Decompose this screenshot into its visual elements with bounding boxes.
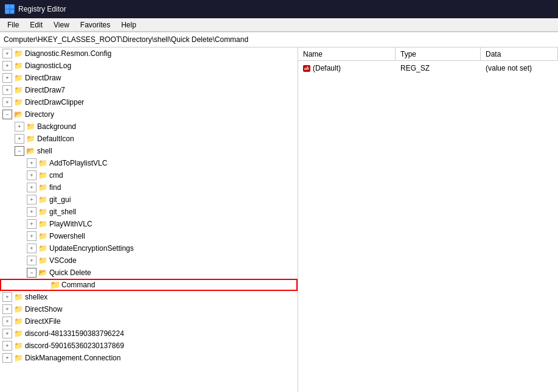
tree-item-directory[interactable]: − Directory — [0, 108, 298, 121]
expand-btn-add-to-playlist-vlc[interactable]: + — [27, 158, 37, 168]
expand-btn-find[interactable]: + — [27, 183, 37, 192]
cell-data-default: (value not set) — [481, 64, 558, 72]
expand-btn-vscode[interactable]: + — [27, 256, 37, 265]
tree-item-update-encryption[interactable]: + UpdateEncryptionSettings — [0, 242, 298, 254]
tree-item-direct-draw-clipper[interactable]: + DirectDrawClipper — [0, 96, 298, 108]
folder-icon-git-shell — [38, 208, 47, 216]
folder-icon-cmd — [38, 172, 47, 180]
folder-icon-disk-mgmt — [13, 354, 23, 362]
expand-btn-diagnostic-log[interactable]: + — [2, 61, 12, 71]
tree-item-direct-draw[interactable]: + DirectDraw — [0, 72, 298, 84]
expand-btn-directory[interactable]: − — [2, 110, 12, 119]
folder-icon-directory — [13, 111, 23, 119]
tree-item-play-with-vlc[interactable]: + PlayWithVLC — [0, 218, 298, 230]
expand-btn-direct-x-file[interactable]: + — [2, 317, 12, 326]
tree-label-git-shell: git_shell — [49, 208, 76, 216]
tree-item-direct-draw7[interactable]: + DirectDraw7 — [0, 84, 298, 96]
tree-item-git-gui[interactable]: + git_gui — [0, 194, 298, 206]
svg-rect-1 — [10, 5, 14, 9]
tree-panel: + Diagnostic.Resmon.Config + DiagnosticL… — [0, 47, 298, 392]
folder-icon-command: 📁 — [50, 281, 60, 289]
menu-favorites[interactable]: Favorites — [75, 19, 115, 30]
folder-icon-direct-draw-clipper — [13, 99, 23, 107]
folder-icon-shell — [26, 147, 35, 155]
address-path: Computer\HKEY_CLASSES_ROOT\Directory\she… — [4, 35, 248, 44]
tree-item-git-shell[interactable]: + git_shell — [0, 206, 298, 218]
folder-icon-direct-draw7 — [13, 86, 23, 94]
tree-item-vscode[interactable]: + VSCode — [0, 254, 298, 267]
right-header: Name Type Data — [298, 47, 558, 61]
folder-icon-find — [38, 184, 47, 192]
folder-icon-discord-2 — [13, 342, 23, 350]
expand-btn-quick-delete[interactable]: − — [27, 268, 37, 278]
expand-btn-git-shell[interactable]: + — [27, 207, 37, 217]
tree-label-directory: Directory — [25, 110, 54, 119]
tree-label-direct-draw-clipper: DirectDrawClipper — [25, 98, 84, 107]
folder-icon-discord-1 — [13, 330, 23, 338]
menu-view[interactable]: View — [49, 19, 74, 30]
tree-item-command[interactable]: 📁 Command — [0, 279, 298, 291]
tree-label-cmd: cmd — [49, 171, 63, 180]
data-row-default[interactable]: ab (Default) REG_SZ (value not set) — [298, 62, 558, 74]
expand-btn-disk-mgmt[interactable]: + — [2, 353, 12, 363]
tree-item-discord-2[interactable]: + discord-590165360230137869 — [0, 340, 298, 352]
expand-btn-direct-draw[interactable]: + — [2, 73, 12, 83]
tree-item-add-to-playlist-vlc[interactable]: + AddToPlaylistVLC — [0, 157, 298, 169]
expand-btn-shellex[interactable]: + — [2, 292, 12, 302]
tree-item-diagnostic-resmon[interactable]: + Diagnostic.Resmon.Config — [0, 47, 298, 60]
tree-item-find[interactable]: + find — [0, 181, 298, 194]
title-bar: Registry Editor — [0, 0, 558, 18]
svg-rect-2 — [5, 10, 9, 13]
expand-btn-discord-2[interactable]: + — [2, 341, 12, 351]
expand-btn-diagnostic-resmon[interactable]: + — [2, 49, 12, 58]
folder-icon-direct-show — [13, 306, 23, 313]
tree-item-direct-x-file[interactable]: + DirectXFile — [0, 315, 298, 327]
col-header-name: Name — [298, 47, 396, 60]
tree-label-powershell: Powershell — [49, 232, 85, 240]
menu-edit[interactable]: Edit — [25, 19, 47, 30]
right-panel: Name Type Data ab (Default) REG_SZ (valu… — [298, 47, 558, 392]
tree-item-powershell[interactable]: + Powershell — [0, 230, 298, 242]
folder-icon-add-to-playlist-vlc — [38, 159, 47, 167]
expand-btn-background[interactable]: + — [15, 122, 24, 131]
menu-help[interactable]: Help — [116, 19, 141, 30]
right-content: ab (Default) REG_SZ (value not set) — [298, 61, 558, 75]
tree-item-cmd[interactable]: + cmd — [0, 169, 298, 181]
tree-label-direct-show: DirectShow — [25, 305, 62, 313]
tree-item-background[interactable]: + Background — [0, 121, 298, 133]
tree-label-play-with-vlc: PlayWithVLC — [49, 220, 92, 228]
expand-btn-powershell[interactable]: + — [27, 231, 37, 241]
menu-file[interactable]: File — [2, 19, 24, 30]
tree-item-default-icon[interactable]: + DefaultIcon — [0, 133, 298, 145]
expand-btn-direct-draw7[interactable]: + — [2, 85, 12, 95]
expand-btn-discord-1[interactable]: + — [2, 329, 12, 338]
tree-item-disk-mgmt[interactable]: + DiskManagement.Connection — [0, 352, 298, 364]
expand-btn-cmd[interactable]: + — [27, 170, 37, 180]
menu-bar: File Edit View Favorites Help — [0, 18, 558, 32]
tree-label-quick-delete: Quick Delete — [49, 268, 91, 277]
tree-item-discord-1[interactable]: + discord-481331590383796224 — [0, 327, 298, 340]
tree-label-direct-draw7: DirectDraw7 — [25, 86, 65, 94]
expand-btn-play-with-vlc[interactable]: + — [27, 219, 37, 229]
tree-label-shellex: shellex — [25, 293, 47, 301]
tree-label-command: Command — [61, 281, 95, 289]
cell-type-default: REG_SZ — [396, 64, 481, 72]
tree-item-shellex[interactable]: + shellex — [0, 291, 298, 303]
expand-btn-git-gui[interactable]: + — [27, 195, 37, 205]
expand-btn-default-icon[interactable]: + — [15, 134, 24, 144]
tree-scroll[interactable]: + Diagnostic.Resmon.Config + DiagnosticL… — [0, 47, 298, 392]
expand-btn-update-encryption[interactable]: + — [27, 243, 37, 253]
expand-btn-direct-draw-clipper[interactable]: + — [2, 97, 12, 107]
tree-item-quick-delete[interactable]: − Quick Delete — [0, 267, 298, 279]
cell-name-label: (Default) — [313, 64, 341, 72]
tree-label-find: find — [49, 183, 61, 192]
col-header-type: Type — [396, 47, 481, 60]
expand-btn-shell[interactable]: − — [15, 146, 24, 156]
tree-label-update-encryption: UpdateEncryptionSettings — [49, 244, 134, 253]
expand-btn-direct-show[interactable]: + — [2, 304, 12, 314]
reg-ab-icon: ab — [303, 65, 310, 72]
tree-item-diagnostic-log[interactable]: + DiagnosticLog — [0, 60, 298, 72]
tree-item-shell[interactable]: − shell — [0, 145, 298, 157]
folder-icon-direct-x-file — [13, 318, 23, 326]
tree-item-direct-show[interactable]: + DirectShow — [0, 303, 298, 315]
